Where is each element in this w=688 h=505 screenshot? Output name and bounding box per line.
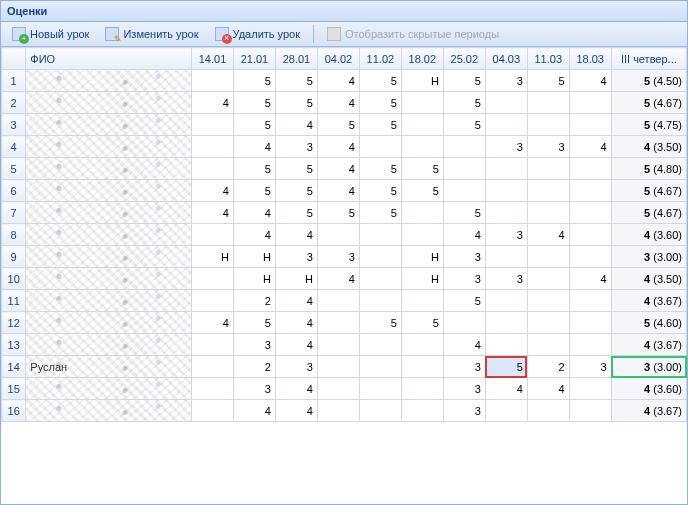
table-row[interactable]: 9НН33Н33 (3.00) [2,246,687,268]
cell-grade[interactable]: 5 [233,312,275,334]
table-row[interactable]: 44343344 (3.50) [2,136,687,158]
cell-grade[interactable] [527,400,569,422]
cell-summary[interactable]: 4 (3.60) [611,224,686,246]
cell-grade[interactable]: 5 [485,356,527,378]
cell-summary[interactable]: 4 (3.50) [611,268,686,290]
cell-grade[interactable]: 4 [317,158,359,180]
cell-grade[interactable]: 4 [192,202,234,224]
cell-fio[interactable] [26,180,192,202]
table-row[interactable]: 15545Н53545 (4.50) [2,70,687,92]
cell-grade[interactable] [527,114,569,136]
cell-grade[interactable] [569,202,611,224]
table-row[interactable]: 14Руслан2335233 (3.00) [2,356,687,378]
cell-grade[interactable] [443,158,485,180]
cell-fio[interactable] [26,334,192,356]
cell-summary[interactable]: 4 (3.60) [611,378,686,400]
cell-grade[interactable]: 2 [233,356,275,378]
cell-grade[interactable]: 3 [233,378,275,400]
row-number[interactable]: 7 [2,202,26,224]
table-row[interactable]: 3545555 (4.75) [2,114,687,136]
row-number[interactable]: 8 [2,224,26,246]
cell-grade[interactable] [401,334,443,356]
cell-fio[interactable] [26,400,192,422]
cell-grade[interactable] [401,290,443,312]
cell-grade[interactable]: Н [233,246,275,268]
header-date[interactable]: 14.01 [192,48,234,70]
row-number[interactable]: 13 [2,334,26,356]
cell-grade[interactable]: 5 [359,202,401,224]
cell-grade[interactable] [317,378,359,400]
cell-grade[interactable]: 5 [443,290,485,312]
cell-grade[interactable]: 5 [401,158,443,180]
cell-grade[interactable] [527,312,569,334]
cell-grade[interactable] [569,180,611,202]
cell-grade[interactable]: Н [192,246,234,268]
cell-grade[interactable] [527,290,569,312]
cell-grade[interactable] [527,92,569,114]
header-fio[interactable]: ФИО [26,48,192,70]
cell-grade[interactable]: 3 [275,136,317,158]
cell-grade[interactable] [192,378,234,400]
cell-grade[interactable] [192,224,234,246]
cell-grade[interactable] [569,290,611,312]
cell-grade[interactable] [443,180,485,202]
cell-grade[interactable]: 3 [569,356,611,378]
cell-grade[interactable] [359,378,401,400]
cell-grade[interactable]: 3 [485,136,527,158]
cell-grade[interactable] [527,180,569,202]
cell-grade[interactable]: 5 [275,180,317,202]
cell-grade[interactable]: 4 [192,180,234,202]
row-number[interactable]: 6 [2,180,26,202]
cell-grade[interactable]: 3 [275,356,317,378]
cell-summary[interactable]: 5 (4.60) [611,312,686,334]
cell-grade[interactable]: 4 [233,224,275,246]
cell-grade[interactable]: 5 [275,92,317,114]
cell-grade[interactable]: 3 [443,356,485,378]
row-number[interactable]: 1 [2,70,26,92]
header-date[interactable]: 25.02 [443,48,485,70]
cell-grade[interactable]: 4 [569,70,611,92]
cell-grade[interactable] [192,136,234,158]
header-date[interactable]: 18.02 [401,48,443,70]
cell-grade[interactable] [192,356,234,378]
cell-grade[interactable]: 4 [233,136,275,158]
new-lesson-button[interactable]: Новый урок [5,24,96,44]
cell-grade[interactable] [485,180,527,202]
cell-fio[interactable] [26,158,192,180]
cell-fio[interactable]: Руслан [26,356,192,378]
cell-grade[interactable] [401,400,443,422]
cell-summary[interactable]: 4 (3.67) [611,290,686,312]
header-rownum[interactable] [2,48,26,70]
cell-grade[interactable] [192,334,234,356]
cell-grade[interactable]: 4 [233,400,275,422]
cell-grade[interactable] [192,290,234,312]
table-row[interactable]: 15343444 (3.60) [2,378,687,400]
cell-grade[interactable]: 5 [275,202,317,224]
cell-grade[interactable] [485,158,527,180]
cell-grade[interactable]: 5 [317,114,359,136]
cell-grade[interactable] [527,158,569,180]
cell-grade[interactable]: 4 [275,312,317,334]
cell-fio[interactable] [26,246,192,268]
table-row[interactable]: 164434 (3.67) [2,400,687,422]
header-date[interactable]: 18.03 [569,48,611,70]
cell-grade[interactable]: 5 [359,312,401,334]
cell-summary[interactable]: 3 (3.00) [611,356,686,378]
cell-grade[interactable]: 4 [317,136,359,158]
cell-grade[interactable]: 4 [317,180,359,202]
cell-grade[interactable] [401,92,443,114]
cell-summary[interactable]: 5 (4.67) [611,180,686,202]
cell-grade[interactable] [443,312,485,334]
cell-grade[interactable]: 5 [233,114,275,136]
cell-grade[interactable]: 5 [359,158,401,180]
cell-grade[interactable]: 4 [275,290,317,312]
cell-grade[interactable]: 4 [569,268,611,290]
cell-grade[interactable]: 2 [233,290,275,312]
cell-grade[interactable]: 4 [275,400,317,422]
header-date[interactable]: 28.01 [275,48,317,70]
cell-grade[interactable] [401,136,443,158]
row-number[interactable]: 5 [2,158,26,180]
cell-fio[interactable] [26,378,192,400]
cell-grade[interactable]: 3 [443,400,485,422]
cell-fio[interactable] [26,70,192,92]
